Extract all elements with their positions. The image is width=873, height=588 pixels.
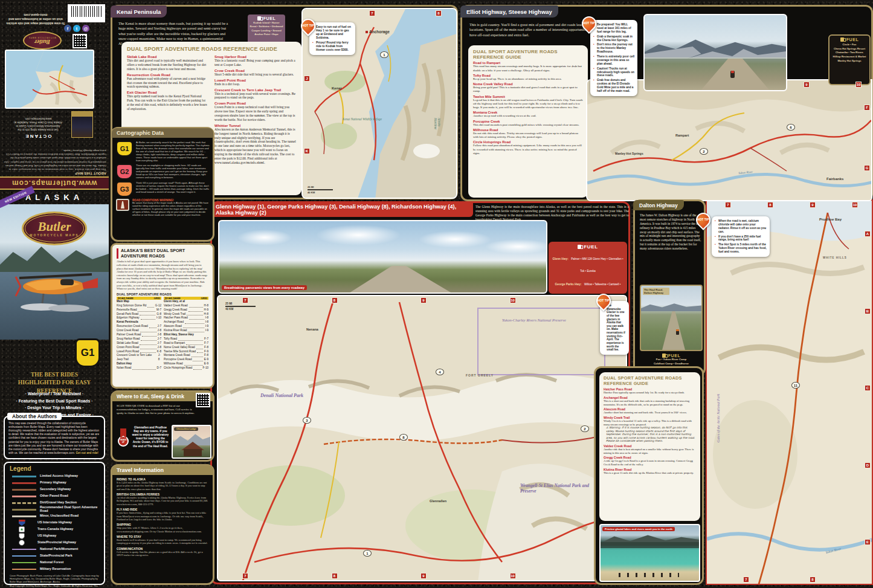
travel-section: BRITISH COLUMBIA FERRIES An ideal altern… bbox=[117, 493, 209, 506]
route-shield-3: 3 bbox=[303, 417, 311, 424]
legend-area-swatch bbox=[12, 555, 36, 557]
road-entry: Skilak Lake Road This dirt and gravel ro… bbox=[127, 55, 208, 71]
grid-letter: B bbox=[865, 308, 871, 314]
float-plane bbox=[7, 260, 104, 318]
qr-code bbox=[72, 34, 87, 48]
butler-alaska-map-sheet: To view additional maps and ride article… bbox=[0, 0, 873, 588]
glenn-grid-top: 7891011 bbox=[242, 297, 605, 303]
grid-number: 8 bbox=[810, 577, 816, 583]
legend-item-transcanada: Trans-Canada Highway bbox=[10, 526, 99, 532]
table-row: Nolan Road D-7 bbox=[117, 366, 161, 370]
grid-letter: J bbox=[304, 76, 310, 82]
best-roads-right-column: Glenn Hwy, et al Valdez Creek Road H-8 bbox=[164, 300, 208, 370]
tip-item: The Matanuska Glacier is one of the few … bbox=[603, 304, 626, 352]
dalton-grid-side: ABCDE bbox=[865, 231, 871, 545]
cover-logo-script: Butler bbox=[38, 221, 71, 233]
grid-letter: D bbox=[865, 462, 871, 468]
table-row: Montana Creek Road F-8 bbox=[164, 354, 208, 358]
fuel-pump-icon bbox=[662, 354, 666, 358]
table-row: Road to Rampart F-7 bbox=[164, 341, 208, 346]
legend-item-ushwy: US Highway bbox=[10, 533, 99, 539]
travel-info-panel: Travel Information RIDING TO ALASKA It i… bbox=[111, 464, 214, 585]
road-entry: Resurrection Creek Road Fun adventure ro… bbox=[127, 73, 208, 89]
road-entry: Valdez Creek Road Another ride that is b… bbox=[604, 444, 696, 454]
fuel-line: Circle • Fox bbox=[831, 43, 868, 47]
best-roads-title: ALASKA'S BEST DUAL SPORT ADVENTURE ROADS bbox=[117, 248, 208, 259]
table-row: Circle Hotsprings Road F-10 bbox=[164, 366, 208, 370]
cover-bullet: · Featuring the Best Dual Sport Roads · bbox=[2, 398, 106, 405]
road-entry: Snug Harbor Road This is a fantastic roa… bbox=[214, 55, 296, 67]
map-label-wrangell: Wrangell-St Elias National Park and Pres… bbox=[520, 483, 593, 494]
lodge-photo-caption: Chistochina Lodge bbox=[174, 427, 198, 431]
fuel-entry: Glenn Hwy: Palmer • MM 128 Glenn Hwy • G… bbox=[552, 251, 624, 275]
kenai-grid-side: JK bbox=[304, 76, 310, 154]
grid-number: 10 bbox=[510, 297, 516, 303]
grid-letter: E bbox=[865, 539, 871, 545]
travel-section: SHIPPING Ship your bike with JC Motors. … bbox=[117, 523, 209, 533]
twitter-icon: t bbox=[73, 25, 80, 32]
table-row: Elliot Hwy, Steese Hwy bbox=[164, 333, 208, 337]
glenn-fuel-box: FUEL Glenn Hwy: Palmer • MM 128 Glenn Hw… bbox=[549, 242, 627, 294]
grid-letter: A bbox=[865, 231, 871, 237]
legend-item: Primary Highway bbox=[12, 480, 99, 486]
rough-road-icon bbox=[116, 199, 129, 211]
map-label-yukon-charley: Yukon-Charley Rivers National Preserve bbox=[502, 318, 569, 322]
cartographic-panel: Cartographic Data G1 At Butler, we const… bbox=[111, 127, 214, 242]
table-row: Kenai Peninsula bbox=[117, 320, 161, 325]
route-shield-2b: 2 bbox=[581, 425, 589, 432]
grid-letter: G bbox=[864, 165, 870, 171]
dalton-grid-bottom: 78 bbox=[743, 577, 816, 583]
interstate-shield-icon bbox=[19, 520, 25, 526]
legend-line-swatch bbox=[12, 509, 36, 511]
map-label-gates-arctic: Gates of the Arctic National Park bbox=[717, 434, 721, 442]
about-authors-text: This map was created through the collabo… bbox=[8, 422, 99, 454]
legend-area-item: Military Reservation bbox=[12, 566, 99, 572]
elliot-panel-title: Elliot Highway, Steese Highway bbox=[460, 5, 558, 18]
grid-number: 9 bbox=[420, 573, 427, 579]
elliot-roads: Road to Rampart This road has many strea… bbox=[473, 61, 583, 155]
table-row: Petersville Road M-7 bbox=[117, 308, 161, 312]
table-row: Edgerton Highway I-10 bbox=[117, 316, 161, 320]
table-row: Glenn Hwy, et al bbox=[164, 300, 208, 304]
table-row: Twelve Mile Summit Road F-9 bbox=[164, 350, 208, 354]
road-entry: Porcupine Creek This dirt road meanders … bbox=[473, 120, 583, 127]
grid-number: 9 bbox=[810, 202, 816, 208]
table-row: Klutina River Road I-9 bbox=[164, 329, 208, 333]
grid-letter: K bbox=[304, 148, 310, 154]
elliot-guide-title: DUAL SPORT ADVENTURE ROADS REFERENCE GUI… bbox=[473, 49, 583, 60]
route-shield-4: 4 bbox=[436, 369, 444, 375]
glenn-panel-title: Glenn Highway (1), George Parks Highway … bbox=[211, 202, 473, 217]
road-entry: Road to Rampart This road has many strea… bbox=[473, 61, 583, 73]
map-label-white-hills: WHITE HILLS bbox=[823, 256, 847, 259]
grid-number: 7 bbox=[242, 297, 248, 303]
travel-section: COMMUNICATION Cell service is spotty. Sa… bbox=[117, 547, 209, 557]
eat-sleep-body: SCAN THIS QR CODE to download a PDF list… bbox=[117, 404, 196, 416]
grid-number: 7 bbox=[743, 577, 749, 583]
table-row: Windy Creek Trail H-8 bbox=[164, 312, 208, 317]
cover-bullet: · Waterproof / Tear Resistant · bbox=[2, 390, 106, 398]
legend-title: Legend bbox=[10, 465, 99, 472]
grid-number: 10 bbox=[855, 82, 862, 88]
cover-logo: Butler MOTORCYCLE MAPS bbox=[22, 212, 87, 245]
road-entry: Crow Creek Road Short 5-mile dirt ride t… bbox=[214, 69, 296, 77]
legend-line-items: Limited Access Highway Primary Highway S… bbox=[10, 473, 99, 519]
table-row: Skilak Lake Road J-7 bbox=[117, 341, 161, 346]
kenai-grid-top: 78 bbox=[369, 10, 442, 16]
road-entry: Millhouse Road Do not ride this road alo… bbox=[473, 128, 583, 140]
table-row: Valdez Creek Road H-8 bbox=[164, 304, 208, 308]
glenn-map: 25 MI 40 KM Nenana Denali National Park … bbox=[217, 295, 627, 581]
dalton-intro: The James W. Dalton Highway is one of th… bbox=[640, 213, 703, 282]
table-row: Crescent Creek to Tern Lake Jeep Trail J… bbox=[117, 354, 161, 362]
fuel-line: Manley Hot Springs bbox=[831, 59, 868, 63]
tip-item: The Hot Spot is 5 miles north of the Yuk… bbox=[715, 243, 767, 254]
tip-item: Grab a therapeutic soak in the Chena Hot… bbox=[593, 35, 634, 42]
fuel-pump-icon bbox=[840, 37, 844, 42]
table-row: Nome Creek Valley Road F-8 bbox=[164, 346, 208, 350]
road-entry: Circle Hotsprings Road Follow this road … bbox=[473, 140, 583, 155]
fuel-pump-icon bbox=[578, 245, 581, 249]
table-row: Tofty Road F-7 bbox=[164, 337, 208, 341]
grid-number: 8 bbox=[767, 202, 773, 208]
fuel-line: Chatanika • Two Rivers bbox=[831, 51, 868, 55]
elliot-hot-tip: Be prepared! You WILL need at least 161 … bbox=[590, 20, 637, 96]
elliot-photo bbox=[643, 14, 787, 91]
